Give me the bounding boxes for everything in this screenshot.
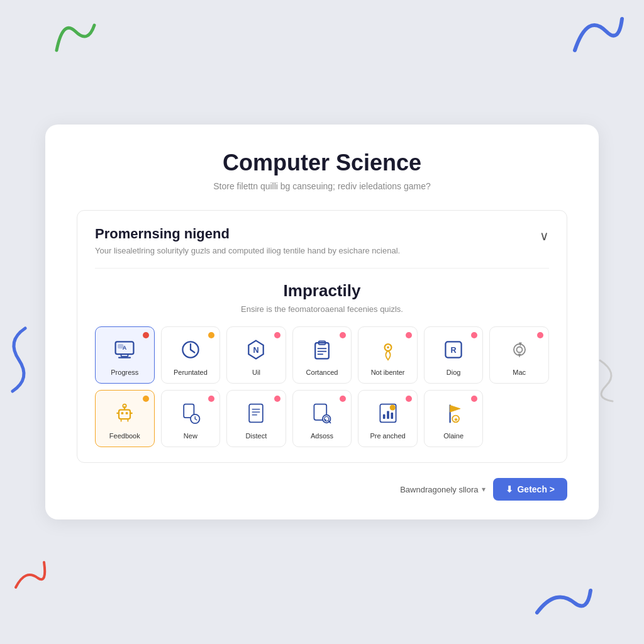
svg-rect-21 xyxy=(119,410,130,419)
svg-text:★: ★ xyxy=(453,416,458,423)
icon-cortanced xyxy=(308,336,336,364)
grid-row-2: Feedbook New Distect Adsoss Pre anched xyxy=(95,390,549,447)
footer-button[interactable]: ⬇ Getech > xyxy=(493,478,567,501)
svg-point-19 xyxy=(516,347,522,352)
section-header-text: Promernsing nigend Your lisealetlring so… xyxy=(95,226,400,255)
label-feedbook: Feedbook xyxy=(109,432,140,440)
icon-pre-anched xyxy=(374,399,402,427)
icon-not-ibenter xyxy=(374,336,402,364)
icon-olaine: ★ xyxy=(440,399,467,427)
main-card: Computer Science Store filettn quilli bg… xyxy=(45,125,599,519)
badge-progress xyxy=(143,332,149,338)
label-distect: Distect xyxy=(246,432,267,440)
grid-row-1: A Progress Peruntated N Uil Cortanced No… xyxy=(95,326,549,384)
icon-diog: R xyxy=(440,336,467,364)
page-subtitle: Store filettn quilli bg canseuing; rediv… xyxy=(165,181,479,191)
svg-rect-44 xyxy=(382,414,385,419)
badge-not-ibenter xyxy=(406,332,412,338)
grid-item-diog[interactable]: R Diog xyxy=(424,326,484,384)
footer: Bawndragonely sllora ▾ ⬇ Getech > xyxy=(77,478,567,501)
footer-chevron-icon: ▾ xyxy=(482,485,486,494)
subsection-title: Impractily xyxy=(95,281,549,301)
svg-rect-34 xyxy=(250,404,264,423)
label-new: New xyxy=(184,432,197,440)
section-desc: Your lisealetlring solurityly guzls and … xyxy=(95,246,400,255)
svg-text:A: A xyxy=(123,345,127,351)
footer-dropdown-label: Bawndragonely sllora xyxy=(400,485,478,494)
label-adsoss: Adsoss xyxy=(311,432,333,440)
label-mac: Mac xyxy=(513,369,526,377)
deco-br xyxy=(531,581,594,619)
page-title: Computer Science xyxy=(77,150,567,176)
icon-distect xyxy=(242,399,270,427)
svg-point-42 xyxy=(325,419,326,421)
grid-item-distect[interactable]: Distect xyxy=(226,390,286,447)
svg-line-7 xyxy=(191,350,194,353)
section-card: Promernsing nigend Your lisealetlring so… xyxy=(77,210,567,463)
icon-adsoss xyxy=(308,399,336,427)
badge-mac xyxy=(537,332,543,338)
badge-feedbook xyxy=(143,396,149,402)
svg-rect-23 xyxy=(126,412,128,414)
badge-distect xyxy=(274,396,280,402)
icon-mac xyxy=(506,336,533,364)
svg-point-25 xyxy=(123,404,126,408)
page-header: Computer Science Store filettn quilli bg… xyxy=(77,150,567,191)
deco-tl xyxy=(50,13,101,63)
icon-feedbook xyxy=(111,399,138,427)
grid-item-mac[interactable]: Mac xyxy=(489,326,549,384)
svg-text:N: N xyxy=(253,346,259,355)
deco-mid-right xyxy=(594,354,638,404)
label-not-ibenter: Not ibenter xyxy=(371,369,405,377)
badge-olaine xyxy=(471,396,477,402)
chevron-icon[interactable]: ∨ xyxy=(540,228,549,243)
icon-new xyxy=(177,399,204,427)
badge-pre-anched xyxy=(406,396,412,402)
badge-diog xyxy=(471,332,477,338)
svg-point-20 xyxy=(514,344,525,355)
grid-item-olaine[interactable]: ★ Olaine xyxy=(424,390,484,447)
label-diog: Diog xyxy=(447,369,461,377)
grid-item-peruntated[interactable]: Peruntated xyxy=(161,326,221,384)
svg-rect-45 xyxy=(387,411,389,419)
deco-bl xyxy=(13,556,50,594)
badge-uil xyxy=(274,332,280,338)
label-olaine: Olaine xyxy=(443,432,464,440)
badge-cortanced xyxy=(340,332,346,338)
download-icon: ⬇ xyxy=(506,484,513,494)
grid-item-new[interactable]: New xyxy=(161,390,221,447)
label-pre-anched: Pre anched xyxy=(370,432,405,440)
badge-new xyxy=(208,396,214,402)
label-progress: Progress xyxy=(111,369,138,377)
icon-peruntated xyxy=(177,336,204,364)
grid-item-adsoss[interactable]: Adsoss xyxy=(292,390,352,447)
svg-rect-22 xyxy=(121,412,124,414)
label-peruntated: Peruntated xyxy=(174,369,208,377)
label-uil: Uil xyxy=(252,369,260,377)
footer-dropdown[interactable]: Bawndragonely sllora ▾ xyxy=(400,485,486,494)
svg-point-47 xyxy=(389,405,395,411)
grid-item-pre-anched[interactable]: Pre anched xyxy=(358,390,418,447)
deco-mid-left xyxy=(0,322,31,397)
icon-uil: N xyxy=(242,336,270,364)
grid-item-cortanced[interactable]: Cortanced xyxy=(292,326,352,384)
grid-item-not-ibenter[interactable]: Not ibenter xyxy=(358,326,418,384)
subsection-desc: Ensire is the feomatoroaenal fecenies qu… xyxy=(95,304,549,314)
svg-rect-46 xyxy=(391,413,393,419)
footer-button-label: Getech > xyxy=(517,484,555,494)
svg-text:R: R xyxy=(451,346,457,355)
grid-item-uil[interactable]: N Uil xyxy=(226,326,286,384)
section-header[interactable]: Promernsing nigend Your lisealetlring so… xyxy=(95,226,549,255)
divider xyxy=(95,268,549,269)
section-title: Promernsing nigend xyxy=(95,226,400,242)
icon-progress: A xyxy=(111,336,138,364)
badge-adsoss xyxy=(340,396,346,402)
badge-peruntated xyxy=(208,332,214,338)
grid-item-feedbook[interactable]: Feedbook xyxy=(95,390,155,447)
svg-point-16 xyxy=(387,346,389,348)
deco-tr xyxy=(569,6,625,63)
svg-rect-1 xyxy=(121,354,128,357)
grid-item-progress[interactable]: A Progress xyxy=(95,326,155,384)
label-cortanced: Cortanced xyxy=(306,369,338,377)
